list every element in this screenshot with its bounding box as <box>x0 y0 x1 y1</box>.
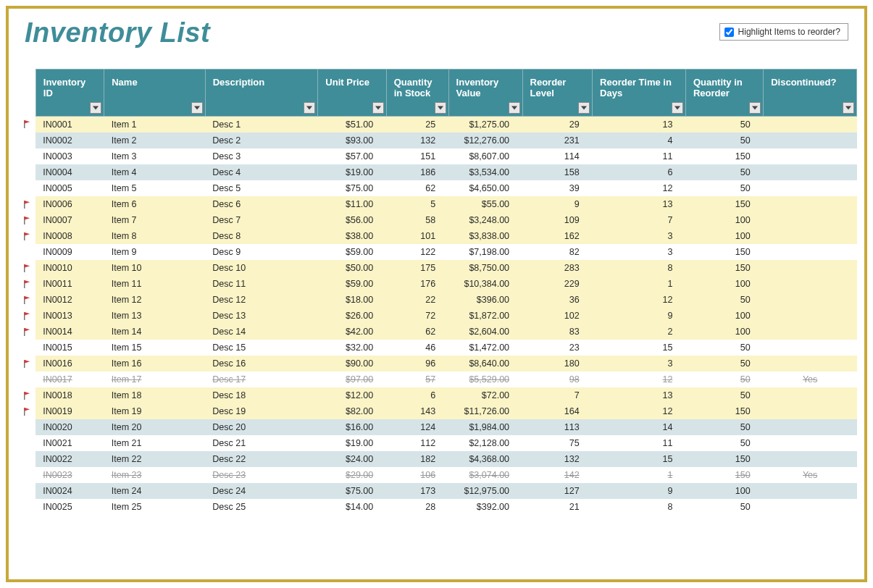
cell-inventory-value[interactable]: $4,368.00 <box>448 451 522 467</box>
cell-qty-stock[interactable]: 106 <box>386 467 448 483</box>
cell-discontinued[interactable] <box>764 117 857 133</box>
cell-inventory-value[interactable]: $12,276.00 <box>448 133 522 148</box>
table-row[interactable]: IN0024Item 24Desc 24$75.00173$12,975.001… <box>22 483 857 499</box>
cell-reorder-level[interactable]: 283 <box>522 260 593 276</box>
cell-inventory-id[interactable]: IN0003 <box>35 148 104 164</box>
cell-reorder-level[interactable]: 229 <box>522 276 593 292</box>
cell-unit-price[interactable]: $16.00 <box>318 419 386 435</box>
cell-qty-stock[interactable]: 22 <box>386 292 448 308</box>
cell-unit-price[interactable]: $24.00 <box>318 451 386 467</box>
cell-qty-reorder[interactable]: 50 <box>685 499 763 515</box>
cell-description[interactable]: Desc 5 <box>205 180 318 196</box>
filter-dropdown-icon[interactable] <box>578 102 590 114</box>
filter-dropdown-icon[interactable] <box>191 102 203 114</box>
cell-unit-price[interactable]: $59.00 <box>318 276 386 292</box>
cell-qty-reorder[interactable]: 50 <box>685 356 763 371</box>
cell-unit-price[interactable]: $14.00 <box>318 499 386 515</box>
table-row[interactable]: IN0009Item 9Desc 9$59.00122$7,198.008231… <box>22 244 857 260</box>
cell-qty-stock[interactable]: 186 <box>386 164 448 180</box>
cell-description[interactable]: Desc 6 <box>205 196 318 212</box>
cell-inventory-id[interactable]: IN0013 <box>35 308 104 324</box>
table-row[interactable]: IN0001Item 1Desc 1$51.0025$1,275.0029135… <box>22 117 857 133</box>
filter-dropdown-icon[interactable] <box>435 102 446 114</box>
cell-inventory-value[interactable]: $2,128.00 <box>448 435 522 451</box>
cell-unit-price[interactable]: $12.00 <box>318 387 386 403</box>
cell-name[interactable]: Item 4 <box>104 164 206 180</box>
table-row[interactable]: IN0019Item 19Desc 19$82.00143$11,726.001… <box>22 403 857 419</box>
cell-name[interactable]: Item 25 <box>104 499 206 515</box>
cell-unit-price[interactable]: $56.00 <box>318 212 386 228</box>
cell-reorder-level[interactable]: 158 <box>522 164 593 180</box>
cell-description[interactable]: Desc 17 <box>205 371 318 387</box>
cell-inventory-value[interactable]: $1,472.00 <box>448 340 522 356</box>
cell-qty-stock[interactable]: 57 <box>386 371 448 387</box>
cell-reorder-level[interactable]: 162 <box>522 228 593 244</box>
cell-reorder-level[interactable]: 142 <box>522 467 593 483</box>
cell-qty-reorder[interactable]: 100 <box>685 276 763 292</box>
cell-description[interactable]: Desc 21 <box>205 435 318 451</box>
cell-unit-price[interactable]: $26.00 <box>318 308 386 324</box>
cell-discontinued[interactable] <box>764 356 857 371</box>
cell-discontinued[interactable] <box>764 260 857 276</box>
cell-qty-stock[interactable]: 58 <box>386 212 448 228</box>
cell-name[interactable]: Item 3 <box>104 148 206 164</box>
column-header[interactable]: Reorder Time in Days <box>593 70 686 117</box>
cell-reorder-level[interactable]: 98 <box>522 371 593 387</box>
cell-inventory-id[interactable]: IN0024 <box>35 483 104 499</box>
cell-discontinued[interactable] <box>764 499 857 515</box>
column-header[interactable]: Inventory ID <box>35 70 104 117</box>
column-header[interactable]: Discontinued? <box>764 70 857 117</box>
cell-description[interactable]: Desc 11 <box>205 276 318 292</box>
cell-description[interactable]: Desc 10 <box>205 260 318 276</box>
cell-inventory-id[interactable]: IN0025 <box>35 499 104 515</box>
table-row[interactable]: IN0003Item 3Desc 3$57.00151$8,607.001141… <box>22 148 857 164</box>
column-header[interactable]: Quantity in Stock <box>386 70 448 117</box>
cell-reorder-level[interactable]: 114 <box>522 148 593 164</box>
cell-inventory-value[interactable]: $55.00 <box>448 196 522 212</box>
cell-qty-reorder[interactable]: 50 <box>685 435 763 451</box>
cell-inventory-value[interactable]: $72.00 <box>448 387 522 403</box>
cell-reorder-level[interactable]: 82 <box>522 244 593 260</box>
cell-reorder-level[interactable]: 113 <box>522 419 593 435</box>
cell-name[interactable]: Item 6 <box>104 196 206 212</box>
cell-unit-price[interactable]: $32.00 <box>318 340 386 356</box>
cell-qty-reorder[interactable]: 50 <box>685 371 763 387</box>
cell-qty-reorder[interactable]: 100 <box>685 212 763 228</box>
cell-name[interactable]: Item 10 <box>104 260 206 276</box>
table-row[interactable]: IN0011Item 11Desc 11$59.00176$10,384.002… <box>22 276 857 292</box>
table-row[interactable]: IN0021Item 21Desc 21$19.00112$2,128.0075… <box>22 435 857 451</box>
table-row[interactable]: IN0015Item 15Desc 15$32.0046$1,472.00231… <box>22 340 857 356</box>
cell-reorder-time[interactable]: 9 <box>593 308 686 324</box>
cell-reorder-time[interactable]: 12 <box>593 371 686 387</box>
cell-discontinued[interactable] <box>764 451 857 467</box>
cell-discontinued[interactable] <box>764 419 857 435</box>
cell-reorder-time[interactable]: 7 <box>593 212 686 228</box>
cell-reorder-time[interactable]: 3 <box>593 244 686 260</box>
cell-description[interactable]: Desc 15 <box>205 340 318 356</box>
cell-discontinued[interactable] <box>764 292 857 308</box>
cell-name[interactable]: Item 14 <box>104 324 206 340</box>
table-row[interactable]: IN0008Item 8Desc 8$38.00101$3,838.001623… <box>22 228 857 244</box>
cell-reorder-time[interactable]: 12 <box>593 292 686 308</box>
cell-inventory-id[interactable]: IN0021 <box>35 435 104 451</box>
cell-inventory-value[interactable]: $3,534.00 <box>448 164 522 180</box>
table-row[interactable]: IN0014Item 14Desc 14$42.0062$2,604.00832… <box>22 324 857 340</box>
cell-inventory-id[interactable]: IN0001 <box>35 117 104 133</box>
cell-inventory-id[interactable]: IN0004 <box>35 164 104 180</box>
table-row[interactable]: IN0017Item 17Desc 17$97.0057$5,529.00981… <box>22 371 857 387</box>
cell-qty-reorder[interactable]: 100 <box>685 228 763 244</box>
cell-qty-reorder[interactable]: 100 <box>685 324 763 340</box>
cell-inventory-value[interactable]: $7,198.00 <box>448 244 522 260</box>
cell-inventory-id[interactable]: IN0022 <box>35 451 104 467</box>
cell-description[interactable]: Desc 14 <box>205 324 318 340</box>
cell-unit-price[interactable]: $90.00 <box>318 356 386 371</box>
cell-discontinued[interactable] <box>764 403 857 419</box>
cell-unit-price[interactable]: $75.00 <box>318 180 386 196</box>
table-row[interactable]: IN0002Item 2Desc 2$93.00132$12,276.00231… <box>22 133 857 148</box>
cell-inventory-value[interactable]: $4,650.00 <box>448 180 522 196</box>
cell-description[interactable]: Desc 7 <box>205 212 318 228</box>
cell-unit-price[interactable]: $97.00 <box>318 371 386 387</box>
cell-qty-reorder[interactable]: 50 <box>685 180 763 196</box>
cell-discontinued[interactable]: Yes <box>764 371 857 387</box>
cell-name[interactable]: Item 15 <box>104 340 206 356</box>
